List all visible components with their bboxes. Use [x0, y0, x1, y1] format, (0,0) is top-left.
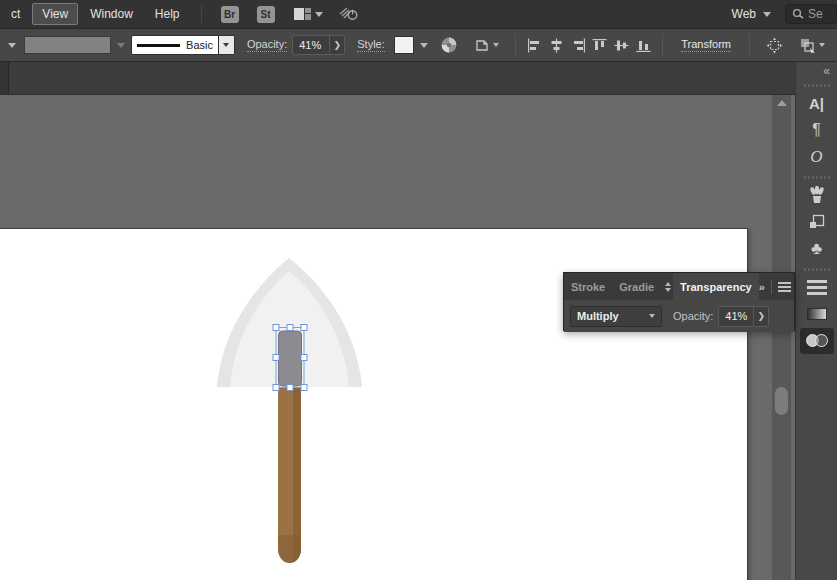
symbols-panel-button[interactable]: ♣: [800, 236, 834, 262]
tab-gradient[interactable]: Gradie: [612, 273, 661, 300]
bridge-button[interactable]: Br: [221, 6, 239, 23]
scroll-up-icon[interactable]: [777, 100, 787, 106]
transparency-panel: Stroke Gradie Transparency » Multiply Op…: [563, 272, 795, 331]
style-dropdown-icon[interactable]: [420, 43, 428, 48]
vertical-scrollbar[interactable]: [772, 95, 791, 580]
transparency-icon: [806, 334, 828, 348]
style-label[interactable]: Style:: [357, 38, 385, 52]
tab-cycle-icon[interactable]: [665, 282, 671, 292]
transparency-panel-body: Multiply Opacity: 41% ❯: [564, 300, 794, 332]
blend-mode-value: Multiply: [577, 310, 619, 322]
touch-workspace-icon[interactable]: [337, 4, 359, 25]
divider: [771, 280, 772, 294]
panel-tab-bar: Stroke Gradie Transparency »: [564, 273, 794, 300]
dock-grip[interactable]: [804, 84, 830, 87]
isolate-object-icon[interactable]: [766, 37, 783, 54]
gradient-panel-button[interactable]: [800, 301, 834, 327]
dock-grip[interactable]: [804, 176, 830, 179]
align-horizontal-right-button[interactable]: [567, 33, 589, 57]
menu-item-help[interactable]: Help: [145, 3, 190, 25]
panel-menu-icon[interactable]: [778, 282, 791, 292]
opacity-value[interactable]: 41%: [293, 39, 329, 51]
select-similar-icon[interactable]: [474, 37, 499, 53]
transparency-panel-button[interactable]: [800, 328, 834, 354]
fill-color-swatch[interactable]: [24, 36, 111, 54]
arrange-options-icon[interactable]: [799, 37, 825, 54]
transform-link[interactable]: Transform: [681, 38, 731, 52]
search-icon: [792, 8, 804, 20]
brushes-panel-button[interactable]: [800, 182, 834, 208]
shovel-socket: [279, 331, 302, 386]
align-horizontal-center-button[interactable]: [545, 33, 567, 57]
panel-opacity-stepper-icon[interactable]: ❯: [753, 307, 768, 326]
workspace-switcher[interactable]: Web: [732, 7, 771, 21]
symbols-icon: ♣: [811, 239, 822, 259]
blend-mode-select[interactable]: Multiply: [570, 306, 662, 327]
paragraph-icon: ¶: [812, 121, 821, 139]
opentype-icon: O: [810, 147, 822, 167]
opacity-field[interactable]: 41% ❯: [292, 35, 345, 55]
dock-grip[interactable]: [804, 268, 830, 271]
align-vertical-center-button[interactable]: [611, 33, 633, 57]
shovel-artwork[interactable]: [170, 230, 420, 575]
align-vertical-bottom-button[interactable]: [632, 33, 654, 57]
opentype-panel-button[interactable]: O: [800, 144, 834, 170]
panel-overflow-button[interactable]: »: [759, 281, 765, 293]
transform-panel-button[interactable]: [800, 209, 834, 235]
brush-definition-label: Basic: [186, 39, 213, 51]
tab-transparency[interactable]: Transparency: [673, 273, 759, 300]
brushes-icon: [807, 186, 827, 204]
chevron-down-icon: [763, 12, 771, 17]
stroke-icon: [807, 280, 827, 295]
brush-stroke-sample: [137, 44, 180, 47]
document-tab-strip: [0, 62, 795, 95]
align-vertical-top-button[interactable]: [589, 33, 611, 57]
align-horizontal-left-button[interactable]: [524, 33, 546, 57]
chevron-down-icon: [493, 43, 499, 47]
paragraph-panel-button[interactable]: ¶: [800, 117, 834, 143]
panel-opacity-label: Opacity:: [673, 310, 713, 322]
stock-button[interactable]: St: [257, 6, 275, 23]
character-panel-button[interactable]: A|: [800, 90, 834, 116]
stroke-color-dropdown-icon[interactable]: [117, 43, 125, 48]
chevron-down-icon[interactable]: [315, 12, 323, 17]
menu-item-effect-partial[interactable]: ct: [1, 3, 30, 25]
menu-item-window[interactable]: Window: [80, 3, 143, 25]
panel-opacity-value[interactable]: 41%: [719, 310, 753, 322]
stroke-panel-button[interactable]: [800, 274, 834, 300]
opacity-link[interactable]: Opacity:: [247, 38, 287, 52]
workspace-label: Web: [732, 7, 756, 21]
brush-definition-preview[interactable]: Basic: [131, 35, 219, 55]
menu-bar: ct View Window Help Br St Web: [0, 0, 837, 29]
fill-color-dropdown[interactable]: [4, 35, 20, 55]
scrollbar-thumb[interactable]: [775, 387, 788, 415]
divider: [749, 34, 750, 56]
chevron-down-icon: [649, 314, 655, 318]
opacity-stepper-icon[interactable]: ❯: [329, 36, 344, 54]
transform-icon: [808, 213, 826, 231]
chevron-down-icon: [819, 43, 825, 47]
panel-opacity-field[interactable]: 41% ❯: [718, 306, 769, 327]
divider: [662, 34, 663, 56]
menu-item-view[interactable]: View: [32, 3, 78, 25]
gradient-icon: [807, 308, 827, 320]
illustrator-window: ct View Window Help Br St Web: [0, 0, 837, 580]
search-input[interactable]: Se: [785, 4, 837, 24]
search-text: Se: [808, 7, 823, 21]
arrange-documents-icon[interactable]: [294, 8, 311, 20]
divider: [515, 34, 516, 56]
divider: [201, 5, 202, 23]
panel-dock: « A| ¶ O ♣: [795, 62, 837, 580]
control-bar: Basic Opacity: 41% ❯ Style:: [0, 29, 837, 62]
document-tab-edge[interactable]: [0, 62, 9, 95]
collapse-dock-button[interactable]: «: [796, 62, 837, 78]
recolor-artwork-icon[interactable]: [440, 36, 458, 54]
style-swatch[interactable]: [394, 36, 414, 54]
character-icon: A|: [809, 95, 824, 112]
tab-stroke[interactable]: Stroke: [564, 273, 612, 300]
brush-definition-dropdown[interactable]: [219, 35, 235, 55]
